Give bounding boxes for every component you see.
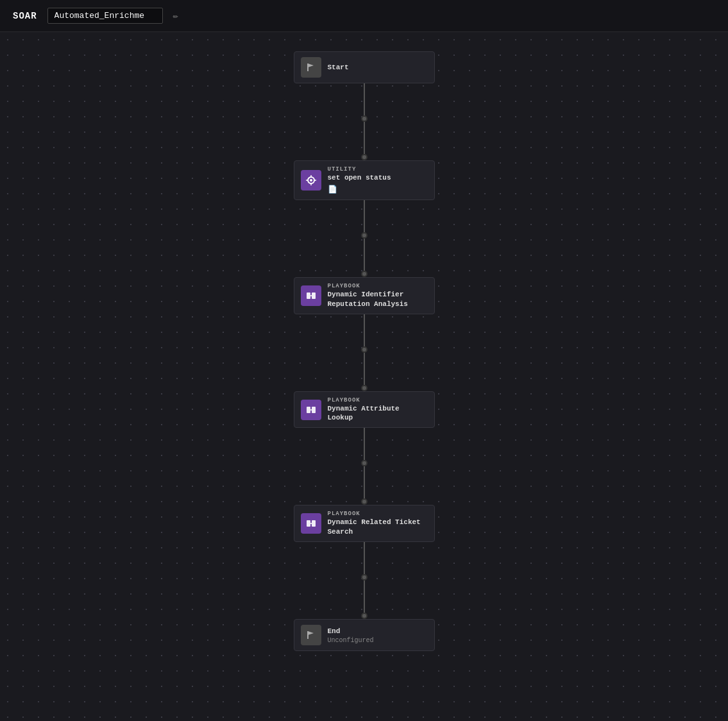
svg-rect-11 [312, 520, 316, 527]
end-node-icon [301, 625, 321, 645]
flow-container: Start UTILITY [294, 51, 435, 651]
dot-4 [361, 460, 368, 466]
playbook1-node[interactable]: PLAYBOOK Dynamic IdentifierReputation An… [294, 277, 435, 314]
playbook3-node-title: Dynamic Related TicketSearch [328, 518, 428, 536]
line-1 [364, 83, 365, 115]
workflow-canvas: Start UTILITY [0, 32, 728, 721]
playbook1-node-type: PLAYBOOK [328, 283, 428, 289]
utility-node[interactable]: UTILITY set open status 📄 [294, 160, 435, 200]
line-3b [364, 353, 365, 385]
svg-rect-6 [307, 293, 310, 299]
edit-icon[interactable]: ✏ [173, 10, 178, 21]
line-4 [364, 428, 365, 460]
dot-2b [361, 271, 368, 277]
svg-rect-7 [312, 293, 316, 299]
start-node-title: Start [328, 63, 428, 72]
dot-1 [361, 115, 368, 122]
dot-5 [361, 574, 368, 581]
dot-4b [361, 498, 368, 505]
connector-3 [361, 314, 368, 391]
utility-node-type: UTILITY [328, 166, 428, 173]
playbook2-node-type: PLAYBOOK [328, 397, 428, 403]
utility-node-icon [301, 170, 321, 191]
start-node-content: Start [328, 62, 428, 72]
dot-3 [361, 346, 368, 353]
end-node-title: End [328, 627, 428, 636]
connector-5 [361, 542, 368, 619]
playbook2-node[interactable]: PLAYBOOK Dynamic AttributeLookup [294, 391, 435, 428]
workflow-name-input[interactable] [47, 8, 163, 24]
line-2b [364, 239, 365, 271]
line-5 [364, 542, 365, 574]
topbar: SOAR ✏ [0, 0, 728, 32]
playbook3-node-icon [301, 513, 321, 534]
start-node-icon [301, 57, 321, 78]
playbook1-node-title: Dynamic IdentifierReputation Analysis [328, 290, 428, 309]
brand-label: SOAR [13, 11, 37, 21]
line-5b [364, 581, 365, 613]
line-1b [364, 122, 365, 154]
connector-1 [361, 83, 368, 160]
dot-3b [361, 385, 368, 391]
end-node[interactable]: End Unconfigured [294, 619, 435, 651]
svg-rect-8 [307, 407, 310, 413]
svg-point-1 [310, 179, 312, 182]
dot-2 [361, 232, 368, 239]
playbook2-node-title: Dynamic AttributeLookup [328, 404, 428, 423]
playbook2-node-content: PLAYBOOK Dynamic AttributeLookup [328, 397, 428, 423]
connector-2 [361, 200, 368, 277]
playbook2-node-icon [301, 400, 321, 420]
end-node-subtitle: Unconfigured [328, 637, 428, 644]
playbook3-node-content: PLAYBOOK Dynamic Related TicketSearch [328, 511, 428, 536]
utility-node-content: UTILITY set open status 📄 [328, 166, 428, 194]
end-node-content: End Unconfigured [328, 626, 428, 644]
utility-doc-icon: 📄 [328, 185, 428, 194]
line-3 [364, 314, 365, 346]
playbook3-node-type: PLAYBOOK [328, 511, 428, 517]
dot-1b [361, 154, 368, 160]
dot-5b [361, 613, 368, 619]
playbook1-node-content: PLAYBOOK Dynamic IdentifierReputation An… [328, 283, 428, 309]
connector-4 [361, 428, 368, 505]
start-node[interactable]: Start [294, 51, 435, 83]
playbook3-node[interactable]: PLAYBOOK Dynamic Related TicketSearch [294, 505, 435, 542]
line-2 [364, 200, 365, 232]
line-4b [364, 466, 365, 498]
svg-rect-10 [307, 520, 310, 527]
playbook1-node-icon [301, 285, 321, 306]
utility-node-title: set open status [328, 173, 428, 182]
svg-rect-9 [312, 407, 316, 413]
